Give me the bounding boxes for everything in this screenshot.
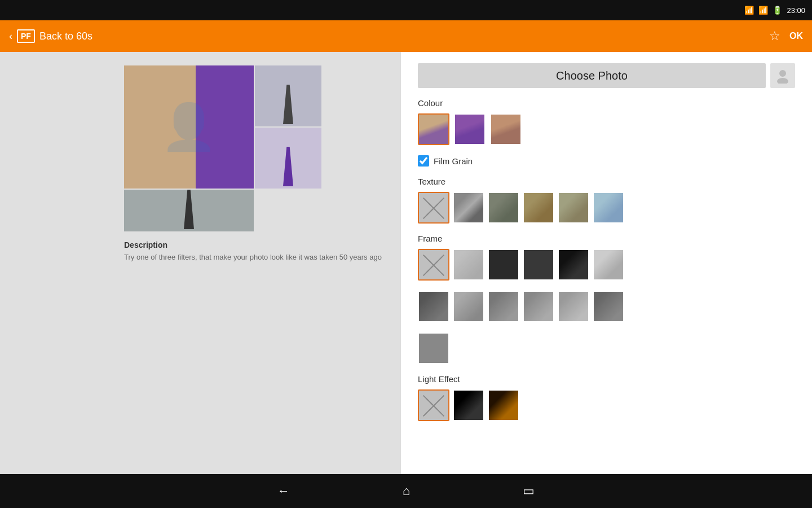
app-bar-right: ☆ OK [769, 29, 803, 43]
frame-option-1[interactable] [453, 249, 484, 281]
texture-option-3[interactable] [523, 192, 554, 224]
star-button[interactable]: ☆ [769, 29, 780, 43]
nav-recent-button[interactable]: ▭ [523, 484, 535, 498]
frame-option-none[interactable] [418, 249, 449, 281]
film-grain-row: Film Grain [418, 155, 795, 167]
colour-section: Colour [418, 98, 795, 145]
light-effect-section: Light Effect [418, 374, 795, 421]
description-text: Try one of three filters, that make your… [124, 252, 389, 263]
light-effect-options-row [418, 389, 795, 421]
colour-label: Colour [418, 98, 795, 108]
main-preview: 👤 [124, 65, 254, 189]
app-bar: ‹ PF Back to 60s ☆ OK [0, 20, 812, 52]
film-grain-checkbox[interactable] [418, 155, 429, 167]
frame-option-3[interactable] [523, 249, 554, 281]
nav-bar: ← ⌂ ▭ [0, 474, 812, 508]
colour-options-row [418, 113, 795, 145]
wifi-icon: 📶 [758, 6, 768, 15]
frame-option-8[interactable] [488, 291, 519, 322]
bluetooth-icon: 📶 [744, 6, 754, 15]
description-title: Description [124, 240, 389, 249]
frame-option-6[interactable] [418, 291, 449, 322]
light-effect-option-1[interactable] [453, 389, 484, 421]
frame-option-2[interactable] [488, 249, 519, 281]
preview-collage: 👤 [124, 65, 321, 231]
frame-option-12[interactable] [418, 332, 449, 364]
texture-option-1[interactable] [453, 192, 484, 224]
status-time: 23:00 [787, 6, 805, 15]
colour-option-sepia[interactable] [490, 113, 522, 145]
frame-option-5[interactable] [593, 249, 624, 281]
texture-options-row [418, 192, 795, 224]
frame-option-10[interactable] [558, 291, 589, 322]
battery-icon: 🔋 [773, 6, 782, 15]
frame-label: Frame [418, 234, 795, 243]
back-arrow-icon[interactable]: ‹ [9, 30, 12, 42]
frame-options-row-3 [418, 332, 795, 364]
app-bar-left: ‹ PF Back to 60s [9, 29, 92, 43]
main-content: 👤 Description Try one of three filters, … [0, 52, 812, 474]
light-effect-label: Light Effect [418, 374, 795, 384]
left-panel: 👤 Description Try one of three filters, … [0, 52, 400, 474]
texture-label: Texture [418, 177, 795, 186]
texture-option-none[interactable] [418, 192, 449, 224]
avatar-placeholder [770, 63, 795, 88]
frame-option-9[interactable] [523, 291, 554, 322]
thumb-3 [124, 190, 254, 231]
choose-photo-row: Choose Photo [418, 63, 795, 88]
frame-option-11[interactable] [593, 291, 624, 322]
ok-button[interactable]: OK [789, 31, 803, 41]
app-title: Back to 60s [39, 30, 92, 42]
colour-option-warm[interactable] [418, 113, 449, 145]
nav-back-button[interactable]: ← [277, 484, 290, 498]
film-grain-label[interactable]: Film Grain [434, 156, 473, 166]
svg-point-0 [779, 70, 786, 77]
frame-options-row-1 [418, 249, 795, 281]
pf-logo: PF [17, 29, 35, 43]
frame-option-4[interactable] [558, 249, 589, 281]
texture-option-5[interactable] [593, 192, 624, 224]
thumb-1 [255, 65, 321, 126]
right-panel: Choose Photo Colour [400, 52, 812, 474]
frame-section: Frame [418, 234, 795, 364]
status-bar: 📶 📶 🔋 23:00 [0, 0, 812, 20]
light-effect-option-none[interactable] [418, 389, 449, 421]
nav-home-button[interactable]: ⌂ [403, 484, 410, 498]
description-block: Description Try one of three filters, th… [124, 240, 389, 263]
frame-options-row-2 [418, 291, 795, 322]
texture-section: Texture [418, 177, 795, 224]
frame-option-7[interactable] [453, 291, 484, 322]
texture-option-2[interactable] [488, 192, 519, 224]
light-effect-option-2[interactable] [488, 389, 519, 421]
texture-option-4[interactable] [558, 192, 589, 224]
choose-photo-button[interactable]: Choose Photo [418, 63, 766, 88]
colour-option-purple[interactable] [454, 113, 486, 145]
svg-point-1 [777, 78, 788, 84]
thumb-2 [255, 128, 321, 189]
